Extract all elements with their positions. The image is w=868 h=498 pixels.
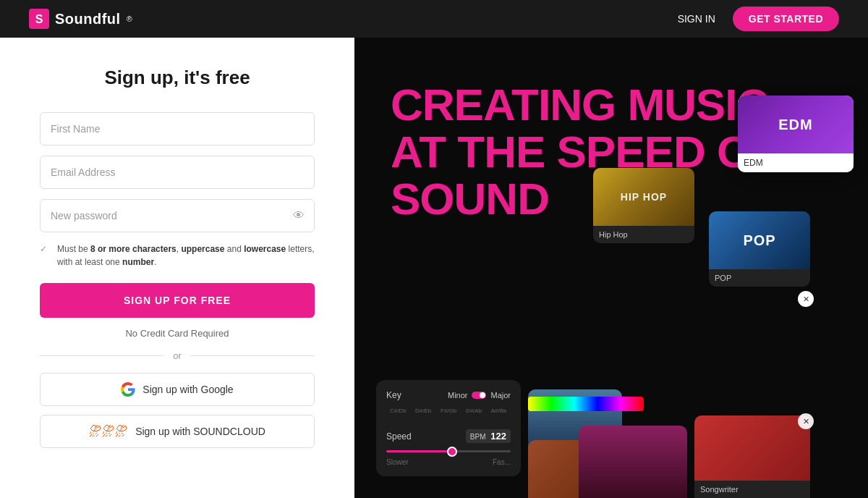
hero-headline: CREATING MUSIC AT THE SPEED OF SOUND <box>391 81 778 222</box>
signup-title: Sign up, it's free <box>40 67 315 89</box>
major-label: Major <box>490 391 511 400</box>
google-signup-button[interactable]: Sign up with Google <box>40 373 315 406</box>
check-icon: ✓ <box>40 244 51 256</box>
google-btn-label: Sign up with Google <box>142 384 233 395</box>
password-field-group: 👁 <box>40 199 315 232</box>
no-cc-text: No Credit Card Required <box>40 328 315 339</box>
soundful-logo-icon: S <box>29 9 49 29</box>
pop-label: POP <box>709 269 810 287</box>
speed-header: Speed BPM 122 <box>386 429 511 443</box>
sharp-notes-row: C#/Db D#/Eb F#/Gb G#/Ab A#/Bb <box>386 408 511 414</box>
first-name-input[interactable] <box>40 112 315 145</box>
navbar: S Soundful® SIGN IN GET STARTED <box>0 0 868 38</box>
email-field-group <box>40 156 315 189</box>
bpm-label: BPM <box>470 433 486 441</box>
sign-in-link[interactable]: SIGN IN <box>678 13 715 25</box>
close-icon-2[interactable]: ✕ <box>798 413 814 429</box>
password-input[interactable] <box>40 199 315 232</box>
hip-hop-image: HIP HOP <box>593 168 694 226</box>
color-strip <box>528 397 644 411</box>
songwriter-card: Songwriter <box>694 415 810 498</box>
first-name-field-group <box>40 112 315 145</box>
divider-line-left <box>40 355 164 356</box>
divider: or <box>40 350 315 361</box>
speed-slider-track <box>386 450 511 452</box>
bpm-badge: BPM 122 <box>466 429 511 443</box>
password-hint: ✓ Must be 8 or more characters, uppercas… <box>40 242 315 269</box>
hero-line3: SOUND <box>391 174 549 224</box>
speed-card: Speed BPM 122 Slower Fas... <box>376 419 521 476</box>
hero-line2: AT THE SPEED OF <box>391 127 778 177</box>
svg-text:S: S <box>35 13 43 25</box>
edm-image: EDM <box>738 96 854 153</box>
hero-line1: CREATING MUSIC <box>391 80 768 130</box>
soundcloud-icon: ⛈⛈⛈ <box>89 424 128 439</box>
google-icon <box>121 382 135 397</box>
signup-panel: Sign up, it's free 👁 ✓ Must be 8 or more… <box>0 38 354 498</box>
email-input[interactable] <box>40 156 315 189</box>
songwriter-image <box>694 415 810 481</box>
key-toggle[interactable] <box>472 392 486 399</box>
logo-text: Soundful <box>55 11 121 28</box>
soundcloud-signup-button[interactable]: ⛈⛈⛈ Sign up with SOUNDCLOUD <box>40 415 315 448</box>
hip-hop-card: HIP HOP Hip Hop <box>593 168 694 243</box>
speed-labels: Slower Fas... <box>386 458 511 466</box>
edm-card: EDM EDM <box>738 96 854 172</box>
speed-slider-thumb[interactable] <box>447 447 457 457</box>
divider-or-text: or <box>173 350 182 361</box>
hero-text: CREATING MUSIC AT THE SPEED OF SOUND <box>391 81 778 222</box>
nav-right: SIGN IN GET STARTED <box>678 7 839 31</box>
password-wrapper: 👁 <box>40 199 315 232</box>
signup-button[interactable]: SIGN UP FOR FREE <box>40 283 315 318</box>
divider-line-right <box>190 355 315 356</box>
logo-reg: ® <box>127 14 132 23</box>
bpm-value: 122 <box>490 431 506 442</box>
faster-label: Fas... <box>493 458 511 466</box>
close-icon-1[interactable]: ✕ <box>798 291 814 307</box>
hip-hop-label: Hip Hop <box>593 226 694 243</box>
get-started-button[interactable]: GET STARTED <box>733 7 839 31</box>
slower-label: Slower <box>386 458 409 466</box>
pop-image: POP <box>709 211 810 269</box>
toggle-row: Minor Major <box>448 391 511 400</box>
hero-panel: CREATING MUSIC AT THE SPEED OF SOUND Key… <box>354 38 868 498</box>
concert-card <box>579 426 687 498</box>
speed-label: Speed <box>386 431 412 442</box>
key-label: Key <box>386 390 401 400</box>
pop-card: POP POP <box>709 211 810 287</box>
logo: S Soundful® <box>29 9 132 29</box>
edm-label: EDM <box>738 153 854 172</box>
soundcloud-btn-label: Sign up with SOUNDCLOUD <box>135 426 265 437</box>
key-card-header: Key Minor Major <box>386 390 511 400</box>
songwriter-label: Songwriter <box>694 481 810 498</box>
main-content: Sign up, it's free 👁 ✓ Must be 8 or more… <box>0 38 868 498</box>
eye-icon[interactable]: 👁 <box>293 209 305 222</box>
hint-text: Must be 8 or more characters, uppercase … <box>57 242 315 269</box>
minor-label: Minor <box>448 391 468 400</box>
